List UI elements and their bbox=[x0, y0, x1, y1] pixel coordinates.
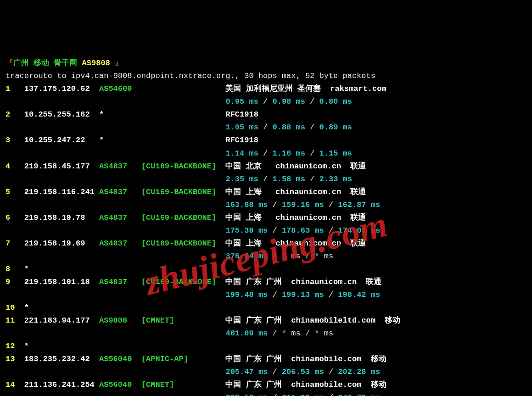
timing-value: 175.39 ms bbox=[225, 226, 268, 235]
hop-ip: 219.158.116.241 bbox=[24, 186, 99, 199]
hop-location: 中国 上海 chinaunicom.cn 联通 bbox=[225, 188, 366, 196]
timing-star: * bbox=[314, 329, 319, 338]
timing-value: 0.89 ms bbox=[319, 123, 352, 132]
hop-asn-star: * bbox=[99, 134, 141, 147]
hop-ip: 219.158.19.78 bbox=[24, 212, 99, 224]
hop-ip: 183.235.232.42 bbox=[24, 353, 99, 366]
hop-number: 11 bbox=[6, 314, 24, 327]
hop-ip: 219.158.45.177 bbox=[24, 160, 99, 173]
hop-location: RFC1918 bbox=[225, 136, 258, 145]
timing-value: 159.16 ms bbox=[282, 201, 324, 209]
title-part: 广州 bbox=[13, 59, 29, 67]
hop-number: 1 bbox=[6, 83, 24, 95]
timing-value: 198.42 ms bbox=[338, 290, 380, 299]
hop-number: 4 bbox=[6, 160, 24, 173]
title-part: 移动 bbox=[34, 59, 49, 67]
hop-network: [CMNET] bbox=[141, 314, 226, 327]
hop-network: [CU169-BACKBONE] bbox=[141, 237, 226, 250]
timing-value: 376.24 ms bbox=[225, 252, 268, 261]
hop-number: 13 bbox=[6, 353, 24, 366]
hop-timing-row: 199.48 ms / 199.13 ms / 198.42 ms bbox=[6, 289, 526, 301]
timing-value: 206.53 ms bbox=[282, 368, 324, 376]
terminal-output: 『广州 移动 骨干网 AS9808 』traceroute to ipv4.ca… bbox=[6, 57, 526, 396]
timing-value: 0.98 ms bbox=[273, 97, 305, 106]
hop-row: 310.255.247.22*RFC1918 bbox=[6, 134, 526, 147]
timing-value: 1.58 ms bbox=[273, 175, 305, 184]
timing-star: * bbox=[282, 252, 286, 261]
hop-timeout-star: * bbox=[24, 303, 29, 312]
timing-separator: / bbox=[305, 97, 319, 106]
hop-timing-row: 376.24 ms / * ms / * ms bbox=[6, 250, 526, 263]
hop-asn: AS54600 bbox=[99, 83, 141, 95]
hop-ip: 221.183.94.177 bbox=[24, 314, 99, 327]
timing-value: 199.48 ms bbox=[225, 290, 268, 299]
timing-value: 211.99 ms bbox=[282, 393, 324, 396]
timing-value: 174.03 ms bbox=[338, 226, 380, 235]
timing-value: 0.80 ms bbox=[319, 97, 352, 106]
timing-separator: / bbox=[301, 329, 315, 338]
hop-location: 中国 北京 chinaunicom.cn 联通 bbox=[225, 162, 366, 171]
hop-number: 6 bbox=[6, 212, 24, 224]
hop-asn: AS4837 bbox=[99, 160, 141, 173]
timing-value: 205.47 ms bbox=[225, 368, 268, 376]
hop-timing-row: 205.47 ms / 206.53 ms / 202.28 ms bbox=[6, 366, 526, 379]
hop-network: [APNIC-AP] bbox=[141, 353, 226, 366]
hop-location: 中国 广东 广州 chinamobile.com 移动 bbox=[225, 355, 386, 363]
hop-network: [CU169-BACKBONE] bbox=[141, 276, 226, 289]
timing-separator: / bbox=[305, 123, 319, 132]
hop-row: 12* bbox=[6, 340, 526, 353]
hop-timing-row: 401.09 ms / * ms / * ms bbox=[6, 327, 526, 340]
timing-value: 401.09 ms bbox=[225, 329, 268, 338]
output-line: traceroute to ipv4.can-9808.endpoint.nxt… bbox=[6, 70, 526, 83]
timing-separator: / bbox=[268, 252, 282, 261]
timing-value: 240.72 ms bbox=[338, 393, 380, 396]
hop-location: 中国 广东 广州 chinamobileltd.com 移动 bbox=[225, 316, 400, 325]
hop-number: 8 bbox=[6, 263, 24, 276]
hop-location: RFC1918 bbox=[225, 110, 258, 119]
hop-row: 14211.136.241.254AS56040[CMNET]中国 广东 广州 … bbox=[6, 379, 526, 391]
hop-network: [CMNET] bbox=[141, 379, 226, 391]
hop-asn: AS4837 bbox=[99, 237, 141, 250]
hop-timing-row: 209.10 ms / 211.99 ms / 240.72 ms bbox=[6, 391, 526, 396]
hop-network: [CU169-BACKBONE] bbox=[141, 186, 226, 199]
hop-location: 中国 上海 chinaunicom.cn 联通 bbox=[225, 213, 366, 222]
hop-timing-row: 1.05 ms / 0.88 ms / 0.89 ms bbox=[6, 121, 526, 134]
timing-separator: / bbox=[258, 97, 273, 106]
hop-number: 14 bbox=[6, 379, 24, 391]
timing-star: * bbox=[314, 252, 319, 261]
timing-unit: ms bbox=[319, 252, 334, 261]
timing-separator: / bbox=[268, 368, 282, 376]
hop-number: 10 bbox=[6, 301, 24, 314]
timing-separator: / bbox=[268, 393, 282, 396]
timing-separator: / bbox=[324, 290, 338, 299]
timing-star: * bbox=[282, 329, 286, 338]
timing-unit: ms bbox=[286, 329, 301, 338]
timing-separator: / bbox=[258, 149, 273, 158]
timing-separator: / bbox=[258, 175, 273, 184]
hop-number: 12 bbox=[6, 340, 24, 353]
hop-number: 7 bbox=[6, 237, 24, 250]
timing-value: 2.33 ms bbox=[319, 175, 352, 184]
timing-value: 1.05 ms bbox=[225, 123, 258, 132]
timing-separator: / bbox=[324, 201, 338, 209]
hop-timing-row: 163.88 ms / 159.16 ms / 162.87 ms bbox=[6, 199, 526, 212]
timing-value: 2.35 ms bbox=[225, 175, 258, 184]
timing-separator: / bbox=[305, 175, 319, 184]
timing-value: 199.13 ms bbox=[282, 290, 324, 299]
hop-number: 5 bbox=[6, 186, 24, 199]
hop-location: 中国 上海 chinaunicom.cn 联通 bbox=[225, 239, 366, 248]
hop-timeout-star: * bbox=[24, 342, 29, 351]
hop-row: 210.255.255.162*RFC1918 bbox=[6, 108, 526, 121]
hop-row: 13183.235.232.42AS56040[APNIC-AP]中国 广东 广… bbox=[6, 353, 526, 366]
timing-separator: / bbox=[324, 393, 338, 396]
hop-row: 9219.158.101.18AS4837[CU169-BACKBONE]中国 … bbox=[6, 276, 526, 289]
timing-separator: / bbox=[268, 201, 282, 209]
hop-ip: 219.158.101.18 bbox=[24, 276, 99, 289]
hop-ip: 219.158.19.69 bbox=[24, 237, 99, 250]
hop-row: 10* bbox=[6, 301, 526, 314]
timing-unit: ms bbox=[286, 252, 301, 261]
hop-asn: AS56040 bbox=[99, 379, 141, 391]
hop-network: [CU169-BACKBONE] bbox=[141, 212, 226, 224]
hop-asn: AS4837 bbox=[99, 276, 141, 289]
timing-separator: / bbox=[268, 226, 282, 235]
